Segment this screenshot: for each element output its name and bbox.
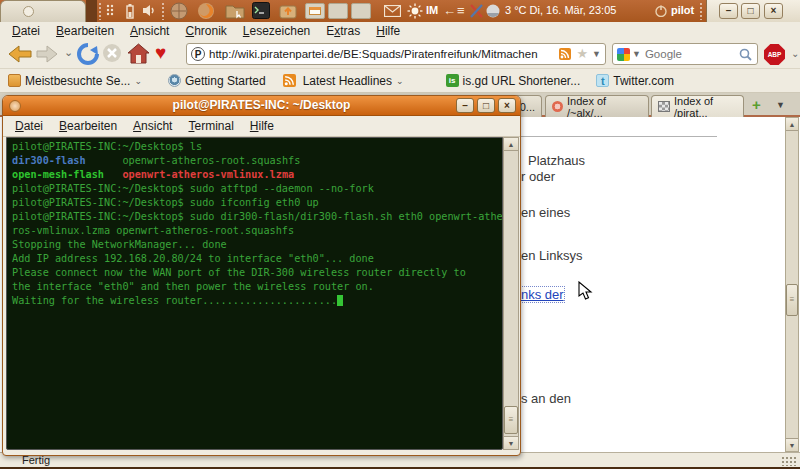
- window-preview-tile[interactable]: [305, 3, 325, 19]
- terminal-screen[interactable]: pilot@PIRATES-INC:~/Desktop$ lsdir300-fl…: [6, 137, 503, 450]
- terminal-title: pilot@PIRATES-INC: ~/Desktop: [3, 98, 520, 112]
- tab-label: Index of /~alx/...: [567, 95, 642, 119]
- menu-item-datei[interactable]: Datei: [4, 24, 48, 38]
- search-go-icon[interactable]: [739, 48, 752, 61]
- content-text-fragment: s an den: [521, 391, 571, 406]
- file-manager-icon[interactable]: [225, 3, 245, 19]
- terminal-minimize-button[interactable]: –: [456, 98, 474, 113]
- window-list-item[interactable]: [0, 0, 86, 22]
- menu-item-ansicht[interactable]: Ansicht: [125, 119, 180, 133]
- terminal-line: Stopping the NetworkManager... done: [12, 238, 502, 252]
- browser-launcher-icon[interactable]: [170, 2, 188, 20]
- brightness-icon[interactable]: [407, 3, 423, 19]
- menu-item-hilfe[interactable]: Hilfe: [242, 119, 282, 133]
- tab-label: Index of /pirat...: [674, 95, 737, 119]
- tools-icon[interactable]: [470, 4, 483, 18]
- scroll-down-icon[interactable]: ▼: [504, 436, 518, 449]
- search-engine-dropdown-icon[interactable]: ▼: [632, 49, 641, 59]
- url-dropdown-icon[interactable]: ▼: [592, 49, 601, 59]
- bookmark-most-visited[interactable]: Meistbesuchte Se... ⌄: [8, 74, 142, 88]
- maximize-button[interactable]: □: [741, 3, 760, 19]
- minimize-button[interactable]: –: [719, 3, 738, 19]
- heart-bookmark-icon[interactable]: ♥: [155, 42, 166, 64]
- bookmark-star-icon[interactable]: ★: [576, 48, 588, 60]
- bookmark-isgd[interactable]: is is.gd URL Shortener...: [446, 74, 581, 88]
- terminal-titlebar[interactable]: pilot@PIRATES-INC: ~/Desktop – □ ×: [3, 96, 520, 116]
- menu-item-datei[interactable]: Datei: [7, 119, 51, 133]
- rss-icon: [283, 74, 296, 87]
- new-tab-button[interactable]: +: [752, 97, 761, 113]
- back-history-dropdown[interactable]: ⌄: [64, 46, 73, 59]
- content-text-fragment: r oder: [521, 169, 555, 184]
- window-preview-tile[interactable]: [328, 3, 348, 19]
- url-input[interactable]: [209, 48, 556, 60]
- menu-item-terminal[interactable]: Terminal: [180, 119, 241, 133]
- menu-item-lesezeichen[interactable]: Lesezeichen: [235, 24, 318, 38]
- terminal-launcher-icon[interactable]: [252, 2, 270, 19]
- update-manager-icon[interactable]: [279, 2, 297, 19]
- menu-lines-icon[interactable]: ≡: [457, 3, 465, 19]
- arrow-left-icon[interactable]: ←: [443, 3, 456, 19]
- mouse-cursor: [578, 281, 594, 301]
- menu-item-hilfe[interactable]: Hilfe: [368, 24, 408, 38]
- resize-grip[interactable]: [781, 456, 797, 466]
- volume-icon[interactable]: [142, 3, 157, 18]
- back-button[interactable]: [7, 43, 33, 65]
- panel-drag-handle[interactable]: [98, 2, 103, 20]
- content-scrollbar[interactable]: ▲ ≡ ▼: [785, 117, 799, 452]
- reload-button[interactable]: [77, 43, 99, 65]
- tab-list-dropdown-icon[interactable]: ▼: [776, 100, 785, 110]
- tab-index-alx[interactable]: Index of /~alx/...: [545, 95, 649, 117]
- panel-drag-handle[interactable]: [161, 2, 166, 20]
- search-input[interactable]: [645, 48, 734, 60]
- terminal-line: pilot@PIRATES-INC:~/Desktop$ sudo ifconf…: [12, 196, 502, 210]
- menu-item-bearbeiten[interactable]: Bearbeiten: [48, 24, 122, 38]
- adblock-plus-icon[interactable]: ABP: [764, 44, 785, 65]
- panel-drag-handle[interactable]: [699, 2, 704, 20]
- im-status-label[interactable]: IM: [426, 4, 438, 16]
- power-icon[interactable]: [655, 5, 667, 17]
- terminal-line: ros-vmlinux.lzma openwrt-atheros-root.sq…: [12, 224, 502, 238]
- menu-item-chronik[interactable]: Chronik: [177, 24, 234, 38]
- forward-button[interactable]: [35, 43, 59, 65]
- scroll-up-icon[interactable]: ▲: [504, 138, 518, 151]
- weather-icon: [486, 4, 500, 18]
- menu-item-extras[interactable]: Extras: [318, 24, 368, 38]
- content-text-fragment: en Linksys: [521, 248, 582, 263]
- window-menu-icon: [23, 6, 34, 17]
- search-bar[interactable]: ▼: [612, 43, 758, 65]
- bookmark-latest-headlines[interactable]: Latest Headlines ⌄: [280, 74, 404, 88]
- window-preview-tile[interactable]: [351, 3, 371, 19]
- terminal-line: Please connect now the WAN port of the D…: [12, 266, 502, 280]
- close-button[interactable]: ×: [764, 3, 783, 19]
- menu-item-ansicht[interactable]: Ansicht: [122, 24, 177, 38]
- rss-feed-icon[interactable]: [559, 48, 571, 60]
- terminal-scrollbar-thumb[interactable]: ≡: [504, 406, 518, 434]
- url-bar[interactable]: P ★ ▼: [186, 43, 606, 65]
- clock-weather-label[interactable]: 3 °C Di, 16. Mär, 23:05: [505, 4, 616, 16]
- menu-item-bearbeiten[interactable]: Bearbeiten: [51, 119, 125, 133]
- terminal-scrollbar[interactable]: ▲ ≡ ▼: [503, 137, 519, 450]
- notification-grid-icon[interactable]: [106, 3, 118, 18]
- bookmark-twitter[interactable]: t Twitter.com: [596, 74, 674, 88]
- scroll-up-icon[interactable]: ▲: [786, 118, 798, 131]
- bookmark-label: is.gd URL Shortener...: [463, 74, 581, 88]
- home-button[interactable]: [127, 43, 150, 64]
- scroll-down-icon[interactable]: ▼: [786, 438, 798, 451]
- bookmark-getting-started[interactable]: Getting Started: [168, 74, 266, 88]
- user-menu-label[interactable]: pilot: [671, 4, 694, 16]
- terminal-window[interactable]: pilot@PIRATES-INC: ~/Desktop – □ × Datei…: [2, 95, 521, 456]
- terminal-maximize-button[interactable]: □: [477, 98, 495, 113]
- mail-icon[interactable]: [384, 5, 401, 17]
- firefox-launcher-icon[interactable]: [197, 2, 215, 20]
- stop-button[interactable]: [102, 43, 122, 63]
- battery-icon[interactable]: [124, 3, 136, 19]
- terminal-close-button[interactable]: ×: [498, 98, 516, 113]
- panel-dark-block: [86, 0, 97, 22]
- content-link[interactable]: nks der: [521, 287, 564, 302]
- terminal-line: pilot@PIRATES-INC:~/Desktop$ sudo dir300…: [12, 210, 502, 224]
- adblock-dropdown-icon[interactable]: ⌄: [791, 48, 799, 59]
- bookmark-label: Twitter.com: [613, 74, 674, 88]
- scrollbar-thumb[interactable]: ≡: [786, 284, 798, 316]
- tab-index-pirat[interactable]: Index of /pirat...: [651, 95, 744, 117]
